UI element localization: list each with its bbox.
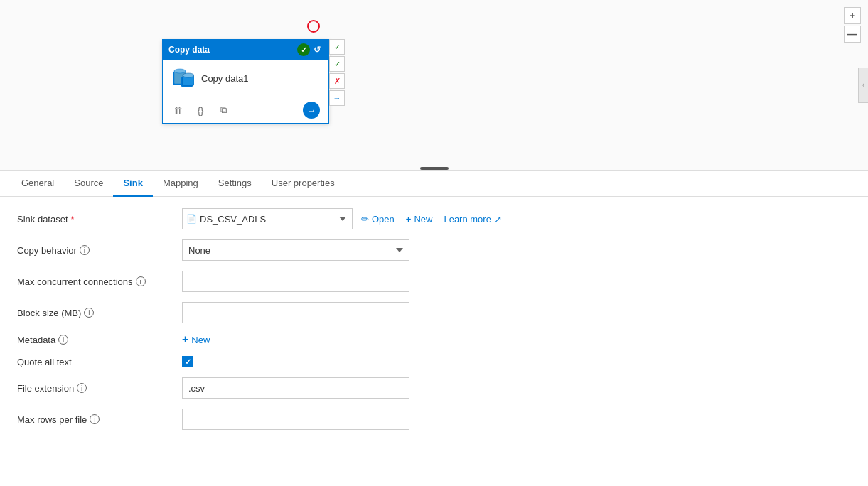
node-footer: 🗑 {} ⧉ → — [163, 97, 328, 123]
side-run-btn[interactable]: ✓ — [329, 56, 345, 72]
quote-all-text-label: Quote all text — [17, 357, 173, 367]
node-top-connector[interactable] — [307, 20, 320, 33]
tab-user-properties[interactable]: User properties — [262, 171, 345, 197]
node-name: Copy data1 — [201, 73, 249, 84]
file-extension-row: File extension i .csv — [17, 377, 851, 399]
tab-source[interactable]: Source — [64, 171, 113, 197]
metadata-row: Metadata i + New — [17, 333, 851, 346]
metadata-plus-icon: + — [182, 333, 188, 346]
external-link-icon: ↗ — [494, 214, 502, 225]
side-stop-btn[interactable]: ✗ — [329, 73, 345, 89]
tab-general[interactable]: General — [11, 171, 64, 197]
file-extension-info-icon: i — [77, 383, 87, 393]
max-concurrent-label: Max concurrent connections i — [17, 276, 173, 287]
code-icon[interactable]: {} — [194, 104, 207, 117]
max-concurrent-row: Max concurrent connections i — [17, 271, 851, 292]
sink-dataset-label: Sink dataset * — [17, 214, 173, 225]
metadata-info-icon: i — [58, 335, 68, 345]
tabs-bar: General Source Sink Mapping Settings Use… — [0, 171, 868, 197]
sink-dataset-select[interactable]: DS_CSV_ADLS — [182, 208, 353, 230]
bottom-panel: General Source Sink Mapping Settings Use… — [0, 171, 868, 441]
open-dataset-button[interactable]: ✏ Open — [358, 214, 397, 225]
delete-icon[interactable]: 🗑 — [171, 104, 184, 117]
refresh-icon[interactable]: ↺ — [311, 44, 323, 55]
block-size-row: Block size (MB) i — [17, 302, 851, 323]
copy-behavior-label: Copy behavior i — [17, 245, 173, 256]
max-rows-control — [182, 409, 409, 430]
metadata-new-button[interactable]: + New — [182, 333, 210, 346]
node-header: Copy data ✓ ↺ — [163, 40, 328, 60]
block-size-control — [182, 302, 409, 323]
sink-dataset-row: Sink dataset * 📄 DS_CSV_ADLS ✏ Open + Ne… — [17, 208, 851, 230]
copy-behavior-info-icon: i — [80, 245, 90, 255]
copy-data-svg-icon — [171, 67, 194, 90]
new-dataset-button[interactable]: + New — [403, 214, 436, 225]
block-size-info-icon: i — [84, 308, 94, 318]
plus-icon: + — [406, 214, 412, 225]
max-rows-label: Max rows per file i — [17, 414, 173, 425]
clone-icon[interactable]: ⧉ — [217, 104, 230, 117]
metadata-label: Metadata i — [17, 335, 173, 345]
file-extension-label: File extension i — [17, 383, 173, 394]
block-size-input[interactable] — [182, 302, 409, 323]
sink-form: Sink dataset * 📄 DS_CSV_ADLS ✏ Open + Ne… — [0, 197, 868, 441]
max-concurrent-info-icon: i — [136, 276, 146, 286]
pipeline-canvas: Copy data ✓ ↺ Copy data1 🗑 {} ⧉ — [0, 0, 868, 171]
sink-dataset-controls: 📄 DS_CSV_ADLS ✏ Open + New Learn more ↗ — [182, 208, 505, 230]
sink-dataset-select-wrapper: 📄 DS_CSV_ADLS — [182, 208, 353, 230]
max-rows-row: Max rows per file i — [17, 409, 851, 430]
node-body: Copy data1 — [163, 60, 328, 97]
tab-sink[interactable]: Sink — [113, 171, 152, 197]
metadata-control: + New — [182, 333, 210, 346]
required-indicator: * — [71, 214, 75, 225]
quote-all-text-control — [182, 356, 193, 367]
block-size-label: Block size (MB) i — [17, 308, 173, 318]
zoom-controls: + — — [844, 7, 861, 43]
max-concurrent-control — [182, 271, 409, 292]
copy-behavior-control: None MergeFiles PreserveHierarchy Flatte… — [182, 239, 409, 261]
quote-all-text-row: Quote all text — [17, 356, 851, 367]
validate-badge: ✓ — [297, 43, 310, 56]
panel-divider — [420, 167, 449, 170]
tab-settings[interactable]: Settings — [208, 171, 262, 197]
node-title: Copy data — [168, 45, 210, 55]
copy-data-node[interactable]: Copy data ✓ ↺ Copy data1 🗑 {} ⧉ — [162, 39, 329, 124]
file-extension-input[interactable]: .csv — [182, 377, 409, 399]
max-concurrent-input[interactable] — [182, 271, 409, 292]
file-extension-control: .csv — [182, 377, 409, 399]
side-arrow-btn[interactable]: → — [329, 90, 345, 106]
learn-more-button[interactable]: Learn more ↗ — [441, 214, 504, 225]
zoom-in-button[interactable]: + — [844, 7, 861, 24]
max-rows-input[interactable] — [182, 409, 409, 430]
pencil-icon: ✏ — [361, 214, 369, 225]
copy-behavior-row: Copy behavior i None MergeFiles Preserve… — [17, 239, 851, 261]
run-icon[interactable]: → — [303, 102, 320, 119]
collapse-handle[interactable]: ‹ — [858, 68, 868, 103]
node-side-actions: ✓ ✓ ✗ → — [329, 39, 345, 106]
copy-behavior-select[interactable]: None MergeFiles PreserveHierarchy Flatte… — [182, 239, 409, 261]
side-validate-btn[interactable]: ✓ — [329, 39, 345, 55]
quote-all-text-checkbox[interactable] — [182, 356, 193, 367]
tab-mapping[interactable]: Mapping — [153, 171, 208, 197]
max-rows-info-icon: i — [90, 414, 100, 424]
zoom-out-button[interactable]: — — [844, 26, 861, 43]
